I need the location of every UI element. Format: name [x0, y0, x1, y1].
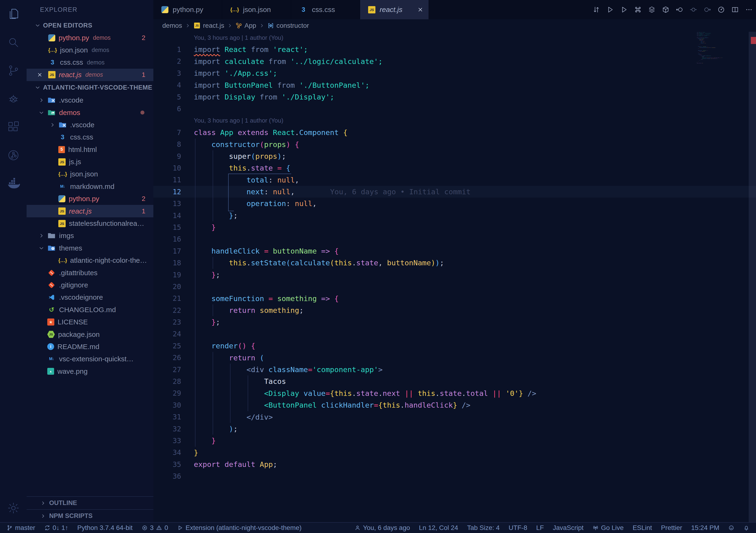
open-editor-json.json[interactable]: {…}json.jsondemos — [27, 44, 153, 56]
tree-item-README.md[interactable]: iREADME.md — [27, 341, 153, 353]
breadcrumb-App[interactable]: App — [235, 22, 256, 29]
run2-icon[interactable] — [620, 6, 628, 13]
tree-item-markdown.md[interactable]: M↓markdown.md — [27, 180, 153, 193]
codelens-text[interactable]: You, 3 hours ago | 1 author (You) — [194, 34, 284, 41]
codelens[interactable]: You, 3 hours ago | 1 author (You) — [153, 32, 756, 43]
line-number[interactable]: 9 — [153, 152, 181, 160]
run-icon[interactable] — [607, 6, 614, 13]
workspace-header[interactable]: ATLANTIC-NIGHT-VSCODE-THEME — [27, 81, 153, 94]
breadcrumb-constructor[interactable]: constructor — [267, 22, 309, 29]
line-number[interactable]: 1 — [153, 45, 181, 54]
layers-icon[interactable] — [648, 6, 656, 13]
tree-item-css.css[interactable]: 3css.css — [27, 131, 153, 143]
tree-item-package.json[interactable]: JSpackage.json — [27, 328, 153, 340]
line-number[interactable]: 24 — [153, 330, 181, 338]
line-number[interactable]: 8 — [153, 140, 181, 148]
line-number[interactable]: 33 — [153, 437, 181, 445]
tree-item-statelessfunctionalreact.js[interactable]: JSstatelessfunctionalreact.js — [27, 217, 153, 229]
tree-item-html.html[interactable]: 5html.html — [27, 144, 153, 156]
line-number[interactable]: 3 — [153, 69, 181, 77]
line-number[interactable]: 16 — [153, 235, 181, 243]
line-number[interactable]: 21 — [153, 294, 181, 303]
status-git-branch[interactable]: master — [7, 524, 35, 532]
panel-npm-scripts[interactable]: NPM SCRIPTS — [27, 509, 153, 522]
status-sync-changes[interactable]: 0↓ 1↑ — [44, 524, 68, 532]
line-number[interactable]: 4 — [153, 81, 181, 89]
tree-item-.gitignore[interactable]: .gitignore — [27, 279, 153, 291]
swap-icon[interactable] — [593, 6, 600, 13]
open-editor-python.py[interactable]: python.pydemos2 — [27, 32, 153, 44]
line-number[interactable]: 31 — [153, 413, 181, 421]
line-number[interactable]: 13 — [153, 200, 181, 208]
line-number[interactable]: 35 — [153, 460, 181, 468]
status-eslint[interactable]: ESLint — [633, 524, 652, 532]
line-number[interactable]: 17 — [153, 247, 181, 255]
gauge-icon[interactable] — [717, 6, 725, 13]
tab-react.js[interactable]: JSreact.js — [360, 0, 429, 19]
breadcrumb-react.js[interactable]: JSreact.js — [193, 22, 224, 29]
tree-item-react.js[interactable]: JSreact.js1 — [27, 205, 153, 217]
status-eol[interactable]: LF — [536, 524, 544, 532]
close-icon[interactable] — [417, 7, 423, 13]
editor-scrollbar[interactable] — [749, 32, 756, 522]
tree-item-wave.png[interactable]: ▲wave.png — [27, 365, 153, 378]
line-number[interactable]: 10 — [153, 164, 181, 172]
package-icon[interactable] — [662, 6, 669, 13]
status-debug-target[interactable]: Extension (atlantic-night-vscode-theme) — [177, 524, 302, 532]
status-tab-size[interactable]: Tab Size: 4 — [467, 524, 500, 532]
close-icon[interactable] — [37, 72, 42, 78]
line-number[interactable]: 25 — [153, 342, 181, 350]
line-number[interactable]: 2 — [153, 57, 181, 66]
nav-forward-icon[interactable] — [704, 6, 711, 13]
activity-source-control-icon[interactable] — [0, 56, 27, 85]
status-encoding[interactable]: UTF-8 — [508, 524, 527, 532]
tree-item-vsc-extension-quickstart.md[interactable]: M↓vsc-extension-quickstart.md — [27, 353, 153, 365]
tab-css.css[interactable]: 3css.css — [291, 0, 360, 19]
line-number[interactable]: 22 — [153, 306, 181, 314]
line-number[interactable]: 12 — [153, 188, 181, 196]
line-number[interactable]: 14 — [153, 211, 181, 220]
line-number[interactable]: 5 — [153, 93, 181, 101]
status-blame[interactable]: You, 6 days ago — [355, 524, 410, 532]
line-number[interactable]: 29 — [153, 389, 181, 397]
status-cursor-position[interactable]: Ln 12, Col 24 — [419, 524, 458, 532]
status-problems[interactable]: 30 — [142, 524, 168, 532]
tree-item-CHANGELOG.md[interactable]: ↺CHANGELOG.md — [27, 304, 153, 316]
line-number[interactable]: 26 — [153, 354, 181, 362]
code-editor[interactable]: You, 3 hours ago | 1 author (You)1import… — [153, 32, 756, 522]
activity-docker-icon[interactable] — [0, 169, 27, 198]
status-prettier[interactable]: Prettier — [661, 524, 682, 532]
tree-item-.vscode[interactable]: .vscode — [27, 94, 153, 106]
line-number[interactable]: 15 — [153, 223, 181, 231]
line-number[interactable]: 7 — [153, 128, 181, 137]
status-clock[interactable]: 15:24 PM — [691, 524, 719, 532]
status-python-interpreter[interactable]: Python 3.7.4 64-bit — [77, 524, 133, 532]
line-number[interactable]: 30 — [153, 401, 181, 409]
tree-item-python.py[interactable]: python.py2 — [27, 193, 153, 205]
minimap[interactable]: import React from 'react';import calcula… — [697, 32, 741, 73]
line-number[interactable]: 27 — [153, 365, 181, 374]
nav-dash-icon[interactable] — [690, 6, 697, 13]
tree-item-json.json[interactable]: {…}json.json — [27, 168, 153, 180]
line-number[interactable]: 19 — [153, 271, 181, 279]
open-editor-css.css[interactable]: 3css.cssdemos — [27, 56, 153, 68]
activity-search-icon[interactable] — [0, 28, 27, 56]
line-number[interactable]: 36 — [153, 472, 181, 480]
tree-item-themes[interactable]: themes — [27, 242, 153, 254]
status-notifications[interactable] — [743, 525, 749, 531]
activity-extensions-icon[interactable] — [0, 113, 27, 141]
status-feedback[interactable] — [728, 525, 734, 531]
tab-python.py[interactable]: python.py — [153, 0, 222, 19]
open-editors-header[interactable]: OPEN EDITORS — [27, 19, 153, 32]
tree-item-demos[interactable]: demos — [27, 106, 153, 119]
split-icon[interactable] — [731, 6, 739, 13]
line-number[interactable]: 6 — [153, 105, 181, 113]
breadcrumb-demos[interactable]: demos — [162, 22, 182, 29]
tree-item-.vscodeignore[interactable]: .vscodeignore — [27, 291, 153, 304]
codelens[interactable]: You, 3 hours ago | 1 author (You) — [153, 115, 756, 126]
activity-debug-icon[interactable] — [0, 85, 27, 113]
activity-settings-icon[interactable] — [0, 494, 27, 522]
status-language-mode[interactable]: JavaScript — [553, 524, 583, 532]
more-icon[interactable] — [745, 6, 753, 13]
line-number[interactable]: 32 — [153, 425, 181, 433]
